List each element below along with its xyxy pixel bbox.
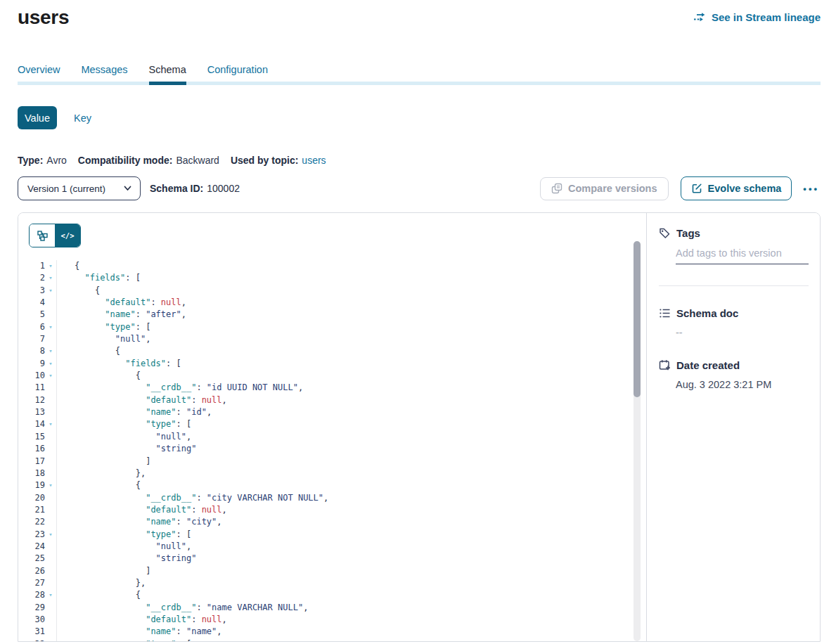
code-line: 15 "null", — [18, 431, 631, 443]
fold-arrow-icon[interactable]: ▾ — [45, 479, 56, 491]
fold-arrow-icon[interactable]: ▾ — [45, 321, 56, 333]
code-text: }, — [56, 577, 631, 589]
code-text: { — [56, 370, 631, 382]
value-toggle-button[interactable]: Value — [18, 106, 57, 129]
date-created-section: Date created Aug. 3 2022 3:21 PM — [659, 359, 809, 390]
copy-versions-icon — [551, 183, 562, 194]
code-text: "default": null, — [56, 504, 631, 516]
scrollbar-thumb[interactable] — [634, 241, 641, 397]
fold-arrow-icon[interactable]: ▾ — [45, 638, 56, 641]
chevron-down-icon — [124, 186, 131, 191]
code-text: "default": null, — [56, 297, 631, 309]
fold-arrow-icon[interactable]: ▾ — [45, 260, 56, 272]
fold-spacer — [45, 565, 56, 577]
code-lines: 1▾{2▾ "fields": [3▾ {4 "default": null,5… — [18, 260, 631, 641]
page-header: users See in Stream lineage — [18, 0, 821, 30]
code-line: 5 "name": "after", — [18, 309, 631, 321]
topic-link[interactable]: users — [302, 155, 326, 166]
code-line: 24 "null", — [18, 541, 631, 553]
code-line: 10▾ { — [18, 370, 631, 382]
code-line: 29 "__crdb__": "name VARCHAR NULL", — [18, 602, 631, 614]
fold-spacer — [45, 492, 56, 504]
code-text: "fields": [ — [56, 358, 631, 370]
code-text: "default": null, — [56, 394, 631, 406]
stream-arrows-icon — [693, 12, 707, 22]
code-line: 32▾ "type": [ — [18, 638, 631, 641]
fold-arrow-icon[interactable]: ▾ — [45, 272, 56, 284]
code-view-button[interactable]: </> — [55, 224, 80, 247]
code-line: 12 "default": null, — [18, 394, 631, 406]
type-label: Type: — [18, 155, 43, 166]
line-number: 12 — [18, 394, 45, 406]
compare-versions-button[interactable]: Compare versions — [540, 177, 669, 200]
code-text: "null", — [56, 541, 631, 553]
tags-heading: Tags — [676, 227, 700, 239]
more-options-button[interactable]: ••• — [802, 181, 821, 197]
code-text: "string" — [56, 443, 631, 455]
line-number: 8 — [18, 345, 45, 357]
fold-arrow-icon[interactable]: ▾ — [45, 358, 56, 370]
tree-view-button[interactable] — [30, 224, 55, 247]
fold-arrow-icon[interactable]: ▾ — [45, 418, 56, 430]
code-line: 13 "name": "id", — [18, 406, 631, 418]
code-line: 16 "string" — [18, 443, 631, 455]
line-number: 5 — [18, 309, 45, 321]
version-select[interactable]: Version 1 (current) — [18, 176, 141, 200]
code-line: 30 "default": null, — [18, 614, 631, 626]
fold-arrow-icon[interactable]: ▾ — [45, 589, 56, 601]
line-number: 31 — [18, 626, 45, 638]
tab-messages[interactable]: Messages — [81, 63, 127, 76]
tree-icon — [37, 231, 48, 241]
fold-spacer — [45, 553, 56, 565]
line-number: 24 — [18, 541, 45, 553]
code-text: ] — [56, 565, 631, 577]
list-icon — [659, 307, 671, 319]
code-text: { — [56, 589, 631, 601]
code-text: "string" — [56, 553, 631, 565]
fold-spacer — [45, 443, 56, 455]
version-bar: Version 1 (current) Schema ID: 100002 Co… — [18, 176, 821, 200]
fold-spacer — [45, 468, 56, 479]
compatibility-value: Backward — [176, 155, 219, 166]
editor-scrollbar[interactable] — [634, 241, 641, 641]
page-title: users — [18, 6, 69, 30]
code-line: 14▾ "type": [ — [18, 418, 631, 430]
evolve-schema-button[interactable]: Evolve schema — [681, 176, 792, 200]
tags-input[interactable] — [676, 246, 809, 264]
line-number: 29 — [18, 602, 45, 614]
stream-lineage-link[interactable]: See in Stream lineage — [693, 11, 821, 23]
line-number: 3 — [18, 285, 45, 297]
tab-configuration[interactable]: Configuration — [207, 63, 268, 76]
fold-spacer — [45, 626, 56, 638]
line-number: 16 — [18, 443, 45, 455]
tab-overview[interactable]: Overview — [18, 63, 60, 76]
schema-code-editor[interactable]: </> 1▾{2▾ "fields": [3▾ {4 "default": nu… — [18, 213, 647, 641]
fold-spacer — [45, 577, 56, 589]
code-line: 17 ] — [18, 456, 631, 468]
fold-spacer — [45, 382, 56, 394]
code-line: 21 "default": null, — [18, 504, 631, 516]
tab-schema[interactable]: Schema — [149, 63, 186, 76]
code-text: "__crdb__": "id UUID NOT NULL", — [56, 382, 631, 394]
fold-arrow-icon[interactable]: ▾ — [45, 285, 56, 297]
code-text: "name": "after", — [56, 309, 631, 321]
key-toggle-button[interactable]: Key — [74, 112, 91, 124]
line-number: 30 — [18, 614, 45, 626]
line-number: 7 — [18, 333, 45, 345]
code-text: "type": [ — [56, 638, 631, 641]
code-text: { — [56, 285, 631, 297]
schema-sidebar: Tags Schema doc -- — [647, 213, 820, 641]
fold-arrow-icon[interactable]: ▾ — [45, 370, 56, 382]
code-line: 23▾ "type": [ — [18, 529, 631, 541]
schema-meta-row: Type: Avro Compatibility mode: Backward … — [18, 155, 821, 166]
line-number: 18 — [18, 468, 45, 479]
tab-underline — [18, 82, 821, 85]
code-line: 8▾ { — [18, 345, 631, 357]
code-line: 3▾ { — [18, 285, 631, 297]
line-number: 25 — [18, 553, 45, 565]
schema-id-value: 100002 — [207, 183, 240, 194]
fold-arrow-icon[interactable]: ▾ — [45, 529, 56, 541]
value-key-toggle: Value Key — [18, 106, 821, 129]
fold-arrow-icon[interactable]: ▾ — [45, 345, 56, 357]
fold-spacer — [45, 516, 56, 528]
